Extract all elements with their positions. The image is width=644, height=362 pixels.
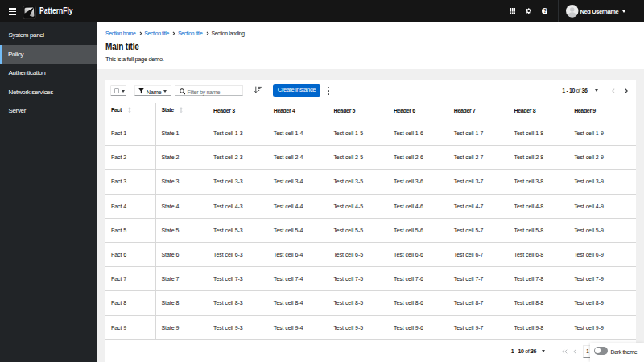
svg-text:?: ? bbox=[543, 8, 546, 14]
